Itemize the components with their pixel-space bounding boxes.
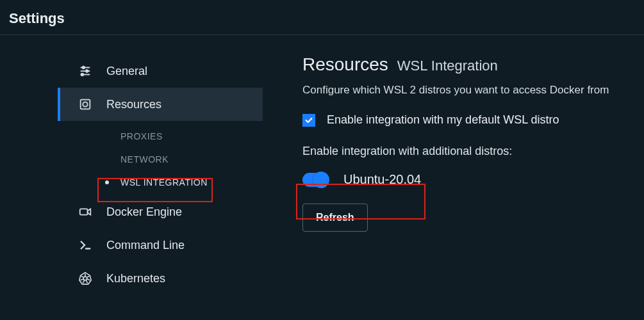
distro-ubuntu-20-04-toggle[interactable]	[302, 173, 328, 187]
svg-point-5	[81, 74, 84, 76]
settings-sidebar: General Resources PROXIES NETWORK WSL IN…	[0, 54, 263, 295]
sidebar-subitem-wsl-integration[interactable]: WSL INTEGRATION	[58, 171, 263, 194]
refresh-button-label: Refresh	[316, 212, 354, 223]
sidebar-subitem-label: NETWORK	[120, 154, 169, 164]
svg-line-16	[83, 280, 85, 283]
svg-line-13	[87, 276, 89, 277]
page-heading: Settings	[9, 10, 65, 26]
sidebar-item-label: Resources	[106, 98, 161, 111]
content-subtitle: WSL Integration	[397, 58, 498, 74]
sidebar-subitem-label: WSL INTEGRATION	[120, 177, 208, 188]
distro-name-label: Ubuntu-20.04	[343, 172, 421, 187]
settings-content: Resources WSL Integration Configure whic…	[263, 54, 644, 295]
sidebar-item-label: General	[106, 65, 147, 78]
bullet-icon	[105, 180, 109, 184]
enable-default-wsl-checkbox[interactable]	[302, 114, 315, 127]
settings-header: Settings	[0, 0, 644, 35]
svg-line-15	[86, 280, 88, 283]
enable-default-wsl-row: Enable integration with my default WSL d…	[302, 113, 631, 127]
sidebar-item-label: Docker Engine	[106, 205, 182, 219]
svg-line-18	[81, 276, 84, 277]
additional-distros-label: Enable integration with additional distr…	[302, 145, 631, 158]
svg-point-11	[83, 276, 87, 280]
svg-rect-8	[80, 209, 88, 214]
resources-icon	[78, 97, 92, 111]
sidebar-subitem-label: PROXIES	[120, 131, 163, 141]
sidebar-item-kubernetes[interactable]: Kubernetes	[58, 262, 263, 295]
svg-line-14	[87, 279, 90, 280]
page-title-row: Resources WSL Integration	[302, 54, 631, 75]
camera-icon	[78, 205, 92, 219]
kubernetes-icon	[78, 271, 92, 285]
sidebar-item-command-line[interactable]: Command Line	[58, 228, 263, 262]
distro-ubuntu-20-04-row: Ubuntu-20.04	[302, 172, 631, 187]
svg-point-1	[82, 67, 85, 69]
sliders-icon	[78, 64, 92, 78]
enable-default-wsl-label: Enable integration with my default WSL d…	[327, 113, 559, 127]
sidebar-subitem-proxies[interactable]: PROXIES	[58, 125, 263, 148]
terminal-icon	[78, 238, 92, 252]
resources-subnav: PROXIES NETWORK WSL INTEGRATION	[58, 121, 263, 195]
check-icon	[304, 116, 313, 125]
sidebar-item-label: Kubernetes	[106, 272, 165, 285]
sidebar-item-docker-engine[interactable]: Docker Engine	[58, 195, 263, 228]
toggle-knob-icon	[313, 172, 329, 188]
content-title: Resources	[302, 54, 388, 75]
content-description: Configure which WSL 2 distros you want t…	[302, 84, 631, 97]
sidebar-item-resources[interactable]: Resources	[58, 88, 263, 121]
refresh-button[interactable]: Refresh	[302, 204, 368, 232]
sidebar-subitem-network[interactable]: NETWORK	[58, 148, 263, 171]
svg-rect-6	[81, 100, 90, 109]
svg-point-3	[86, 70, 88, 72]
sidebar-item-label: Command Line	[106, 239, 185, 252]
sidebar-item-general[interactable]: General	[58, 54, 263, 88]
svg-line-17	[81, 279, 84, 280]
svg-point-7	[83, 102, 87, 106]
